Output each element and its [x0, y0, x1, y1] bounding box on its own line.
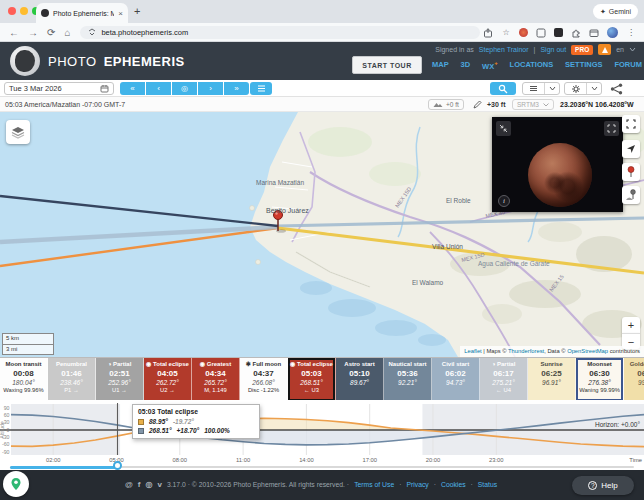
gear-dropdown-button[interactable]: [586, 83, 601, 94]
help-button[interactable]: ? Help: [572, 476, 634, 495]
event-full-moon[interactable]: ✱ Full moon 04:37 266.08° Disc -1.22%: [240, 358, 288, 400]
nav-settings[interactable]: SETTINGS: [565, 60, 603, 71]
layers-button[interactable]: [6, 120, 30, 144]
search-button[interactable]: [490, 82, 516, 95]
extension-icon[interactable]: [519, 28, 528, 37]
new-tab-button[interactable]: +: [134, 5, 140, 17]
rows-button[interactable]: [523, 83, 544, 94]
bookmark-star-icon[interactable]: ☆: [501, 28, 511, 38]
elevation-offset-chip[interactable]: +0 ft: [428, 99, 464, 110]
date-input[interactable]: Tue 3 Mar 2026: [4, 82, 114, 95]
event-greatest-eclipse[interactable]: ◉ Greatest 04:34 265.72° M, 1.149: [192, 358, 240, 400]
primary-pin-button[interactable]: [622, 163, 640, 181]
expand-panel-button[interactable]: [604, 121, 619, 136]
nav-wx[interactable]: WX+: [482, 60, 498, 71]
svg-text:60: 60: [4, 412, 10, 418]
vimeo-icon[interactable]: v: [157, 480, 161, 489]
start-tour-button[interactable]: START TOUR: [352, 56, 422, 74]
secondary-pin-button[interactable]: [622, 186, 640, 204]
nav-forum[interactable]: FORUM: [614, 60, 642, 71]
wx-alert-badge[interactable]: [598, 44, 611, 55]
event-total-eclipse-u2[interactable]: ◉ Total eclipse 04:05 262.72° U2 →: [144, 358, 192, 400]
browser-menu-icon[interactable]: ⋮: [626, 28, 636, 38]
altitude-chart[interactable]: 02:0005:0008:0011:0014:0017:0020:0023:00…: [0, 400, 644, 470]
gemini-button[interactable]: ✦ Gemini: [593, 4, 638, 19]
nav-locations[interactable]: LOCATIONS: [510, 60, 554, 71]
share-icon[interactable]: [610, 83, 623, 95]
nav-3d[interactable]: 3D: [461, 60, 471, 71]
prev-year-button[interactable]: «: [120, 82, 145, 95]
extensions-puzzle-icon[interactable]: [571, 28, 581, 38]
app-footer: @ f ◎ v 3.17.0 · © 2010-2026 Photo Ephem…: [0, 470, 644, 500]
sign-out-link[interactable]: Sign out: [540, 46, 566, 53]
pro-badge[interactable]: PRO: [571, 45, 593, 55]
language-selector[interactable]: en: [616, 46, 624, 53]
map-label-el-walamo: El Walamo: [412, 279, 444, 286]
nav-map[interactable]: MAP: [432, 60, 449, 71]
forward-icon[interactable]: →: [28, 27, 38, 38]
event-partial-u1[interactable]: ◑ Partial 02:51 252.96° U1 →: [96, 358, 144, 400]
back-icon[interactable]: ←: [9, 27, 19, 38]
facebook-icon[interactable]: f: [138, 480, 141, 489]
terms-link[interactable]: Terms of Use: [354, 481, 394, 488]
thunderforest-link[interactable]: Thunderforest: [508, 348, 544, 354]
rows-dropdown-button[interactable]: [544, 83, 559, 94]
profile-avatar[interactable]: [607, 27, 618, 38]
site-settings-icon[interactable]: [88, 28, 96, 36]
privacy-link[interactable]: Privacy: [406, 481, 428, 488]
cookies-link[interactable]: Cookies: [441, 481, 466, 488]
sun-azimuth: 88.95°: [149, 417, 168, 426]
signed-in-label: Signed in as: [435, 46, 474, 53]
event-penumbral[interactable]: Penumbral 01:46 238.46° P1 →: [48, 358, 96, 400]
event-list-button[interactable]: [250, 82, 272, 95]
search-icon: [498, 84, 508, 94]
user-link[interactable]: Stephen Trainor: [479, 46, 529, 53]
edit-pencil-icon[interactable]: [473, 100, 482, 109]
status-link[interactable]: Status: [478, 481, 497, 488]
eclipse-icon: ◉: [290, 361, 295, 367]
event-nautical-start[interactable]: Nautical start 05:36 92.21°: [384, 358, 432, 400]
prev-day-button[interactable]: ‹: [146, 82, 171, 95]
reload-icon[interactable]: ⟳: [47, 27, 55, 38]
tab-search-icon[interactable]: [589, 28, 599, 38]
extension-dark-icon[interactable]: [554, 28, 563, 37]
close-window-button[interactable]: [8, 7, 16, 15]
browser-tab[interactable]: Photo Ephemeris: Map ×: [36, 3, 128, 23]
share-page-icon[interactable]: [483, 28, 493, 38]
map-container[interactable]: Marina Mazatlán Benito Juárez El Roble V…: [0, 112, 644, 357]
event-civil-start[interactable]: Civil start 06:02 94.73°: [432, 358, 480, 400]
time-slider-handle[interactable]: [113, 461, 122, 470]
next-day-button[interactable]: ›: [198, 82, 223, 95]
osm-link[interactable]: OpenStreetMap: [567, 348, 608, 354]
address-bar[interactable]: beta.photoephemeris.com: [80, 26, 480, 39]
next-year-button[interactable]: »: [224, 82, 249, 95]
extension-frame-icon[interactable]: [536, 28, 546, 38]
event-astro-start[interactable]: Astro start 05:10 89.67°: [336, 358, 384, 400]
instagram-icon[interactable]: ◎: [145, 480, 152, 489]
mastodon-icon[interactable]: @: [125, 480, 133, 489]
fullscreen-button[interactable]: [622, 115, 640, 133]
altitude-chart-canvas[interactable]: 02:0005:0008:0011:0014:0017:0020:0023:00…: [0, 400, 644, 470]
event-partial-u4[interactable]: ◑ Partial 06:17 275.21° ← U4: [480, 358, 528, 400]
zoom-in-button[interactable]: +: [622, 317, 640, 333]
event-sunrise[interactable]: Sunrise 06:25 96.91°: [528, 358, 576, 400]
gear-button[interactable]: [565, 83, 586, 94]
collapse-panel-button[interactable]: [496, 121, 511, 136]
jump-now-button[interactable]: ◎: [172, 82, 197, 95]
leaflet-link[interactable]: Leaflet: [464, 348, 481, 354]
event-moonset[interactable]: Moonset 06:30 276.38° Waning 99.99%: [576, 358, 624, 400]
minimize-window-button[interactable]: [20, 7, 28, 15]
tab-close-icon[interactable]: ×: [118, 9, 123, 18]
gemini-star-icon: ✦: [600, 8, 606, 16]
home-icon[interactable]: ⌂: [64, 27, 70, 38]
event-golden-hour[interactable]: Golden hour 06:55 99.92°: [624, 358, 644, 400]
language-chevron-icon[interactable]: [629, 47, 636, 52]
info-icon[interactable]: i: [498, 195, 510, 207]
event-moon-transit[interactable]: Moon transit 00:08 180.04° Waxing 99.96%: [0, 358, 48, 400]
event-total-eclipse-u3-selected[interactable]: ◉ Total eclipse 05:03 268.51° ← U3: [288, 358, 336, 400]
elevation-source-select[interactable]: SRTM3: [512, 99, 554, 110]
app-logo[interactable]: [10, 46, 40, 76]
chevron-down-icon: [543, 103, 549, 107]
locate-me-button[interactable]: [622, 140, 640, 158]
feedback-widget-button[interactable]: [3, 471, 29, 497]
